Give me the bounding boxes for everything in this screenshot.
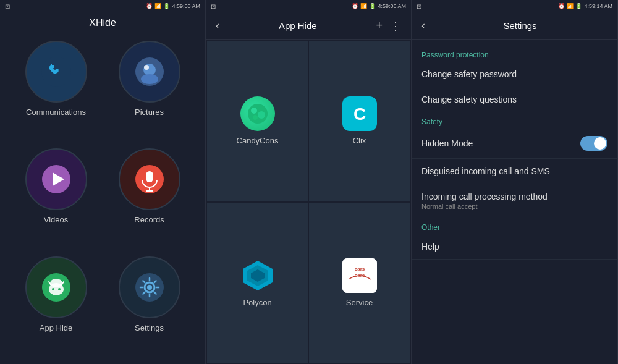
image-icon: [134, 56, 165, 87]
clix-name: Clix: [353, 136, 366, 145]
section-title-safety: Safety: [412, 112, 617, 129]
gear-icon: [134, 272, 165, 303]
settings-item-hidden-mode[interactable]: Hidden Mode: [412, 129, 617, 159]
polycon-icon: [240, 258, 275, 293]
signal-icon: 📶: [154, 3, 161, 9]
clix-icon: C: [342, 96, 377, 131]
incoming-method-label: Incoming call processing method: [421, 192, 607, 201]
app-cell-polycon[interactable]: Polycon: [207, 203, 308, 363]
app-cell-clix[interactable]: C Clix: [309, 41, 410, 201]
app-cell-candycons[interactable]: CandyCons: [207, 41, 308, 201]
settings-item-change-password[interactable]: Change safety password: [412, 62, 617, 87]
svg-point-15: [50, 279, 62, 287]
phone-icon: [41, 56, 72, 87]
help-label: Help: [421, 242, 607, 252]
battery-icon-3: 🔋: [575, 3, 582, 9]
xhide-grid: Communications Pictures Vi: [0, 35, 205, 364]
settings-header: ‹ Settings: [412, 12, 617, 40]
time-2: 4:59:06 AM: [378, 3, 406, 9]
hidden-mode-row: Hidden Mode: [421, 136, 607, 151]
alarm-icon: ⏰: [146, 3, 153, 9]
signal-icon-3: 📶: [567, 3, 574, 9]
settings-content: Password protection Change safety passwo…: [412, 40, 617, 364]
alarm-icon-3: ⏰: [558, 3, 565, 9]
grid-item-communications[interactable]: Communications: [12, 41, 99, 142]
videos-label: Videos: [44, 215, 69, 224]
records-icon-circle: [119, 148, 180, 210]
status-left-1: ⊡: [5, 3, 10, 10]
time-1: 4:59:00 AM: [172, 3, 200, 9]
panel-settings: ⊡ ⏰ 📶 🔋 4:59:14 AM ‹ Settings Password p…: [412, 0, 618, 364]
svg-text:cars: cars: [354, 266, 365, 272]
disguised-call-label: Disguised incoming call and SMS: [421, 166, 607, 176]
service-svg: cars care: [342, 258, 377, 293]
app-grid: CandyCons C Clix Polycon: [206, 40, 411, 364]
panel-xhide: ⊡ ⏰ 📶 🔋 4:59:00 AM XHide Communications: [0, 0, 206, 364]
svg-point-13: [52, 288, 54, 290]
svg-point-4: [144, 65, 149, 70]
apphide-label: App Hide: [40, 323, 72, 332]
change-password-label: Change safety password: [421, 69, 607, 79]
settings-item-help[interactable]: Help: [412, 234, 617, 260]
time-3: 4:59:14 AM: [584, 3, 612, 9]
change-questions-label: Change safety questions: [421, 95, 607, 104]
status-right-2: ⏰ 📶 🔋 4:59:06 AM: [352, 3, 406, 9]
candy-svg: [247, 103, 269, 125]
communications-label: Communications: [26, 108, 86, 117]
app-cell-service[interactable]: cars care Service: [309, 203, 410, 363]
candycons-name: CandyCons: [237, 136, 279, 145]
add-app-button[interactable]: +: [372, 17, 386, 35]
status-right-1: ⏰ 📶 🔋 4:59:00 AM: [146, 3, 200, 9]
signal-icon-2: 📶: [360, 3, 367, 9]
svg-point-26: [147, 285, 152, 290]
settings-item-disguised-call[interactable]: Disguised incoming call and SMS: [412, 159, 617, 184]
back-button[interactable]: ‹: [212, 17, 223, 35]
grid-item-videos[interactable]: Videos: [12, 148, 99, 250]
apphide-header-title: App Hide: [223, 20, 372, 31]
apphide-header: ‹ App Hide + ⋮: [206, 12, 411, 40]
xhide-title: XHide: [0, 12, 205, 35]
grid-item-records[interactable]: Records: [106, 148, 193, 250]
clix-svg: C: [344, 98, 375, 129]
videos-icon-circle: [25, 148, 87, 210]
communications-icon-circle: [25, 41, 87, 103]
svg-point-3: [141, 74, 158, 84]
svg-text:C: C: [353, 104, 365, 124]
settings-icon-circle: [119, 256, 180, 318]
apphide-icon-circle: [25, 256, 87, 318]
grid-item-pictures[interactable]: Pictures: [106, 41, 193, 142]
service-icon: cars care: [342, 258, 377, 293]
settings-back-button[interactable]: ‹: [418, 17, 429, 35]
settings-item-change-questions[interactable]: Change safety questions: [412, 87, 617, 112]
svg-point-30: [253, 115, 258, 120]
status-left-2: ⊡: [211, 3, 216, 10]
svg-point-28: [251, 108, 257, 114]
grid-item-apphide[interactable]: App Hide: [12, 256, 99, 358]
status-bar-2: ⊡ ⏰ 📶 🔋 4:59:06 AM: [206, 0, 411, 12]
android-icon: [41, 272, 72, 303]
alarm-icon-2: ⏰: [352, 3, 358, 9]
status-right-3: ⏰ 📶 🔋 4:59:14 AM: [558, 3, 612, 9]
incoming-method-sub: Normal call accept: [421, 203, 607, 210]
toggle-knob: [594, 137, 606, 150]
section-title-other: Other: [412, 218, 617, 234]
section-title-password: Password protection: [412, 46, 617, 62]
svg-point-29: [258, 111, 265, 119]
mic-icon: [134, 164, 165, 195]
svg-rect-8: [146, 171, 153, 182]
settings-header-title: Settings: [429, 20, 611, 31]
screenshot-icon-2: ⊡: [211, 3, 216, 10]
status-bar-1: ⊡ ⏰ 📶 🔋 4:59:00 AM: [0, 0, 205, 12]
candycons-icon: [240, 96, 275, 131]
records-label: Records: [134, 215, 164, 224]
menu-button[interactable]: ⋮: [386, 17, 405, 35]
settings-item-incoming-method[interactable]: Incoming call processing method Normal c…: [412, 184, 617, 218]
pictures-label: Pictures: [135, 108, 164, 117]
svg-point-14: [58, 288, 61, 290]
hidden-mode-toggle[interactable]: [580, 136, 607, 151]
play-icon: [41, 164, 72, 195]
polycon-name: Polycon: [243, 298, 271, 307]
battery-icon-2: 🔋: [369, 3, 376, 9]
grid-item-settings[interactable]: Settings: [106, 256, 193, 358]
status-left-3: ⊡: [417, 3, 421, 10]
